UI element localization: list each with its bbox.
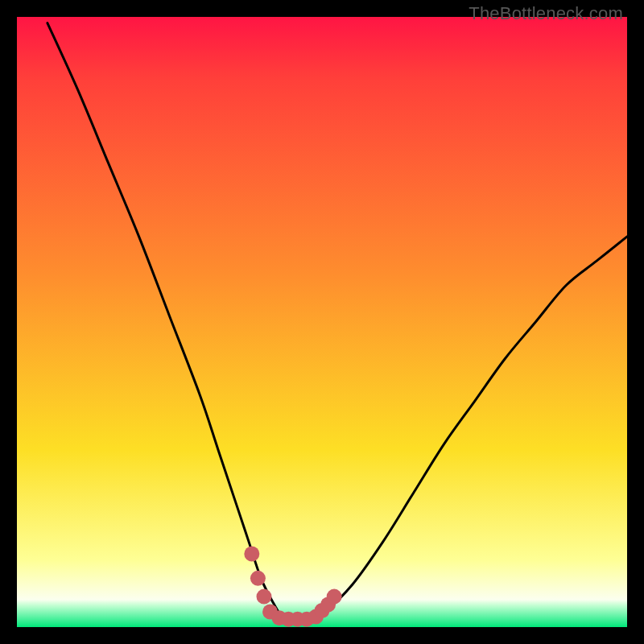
marker-dot: [256, 589, 271, 605]
marker-dot: [250, 571, 266, 586]
marker-dot: [327, 589, 342, 605]
watermark-text: TheBottleneck.com: [469, 3, 623, 24]
chart-frame: [17, 17, 627, 627]
marker-dot: [244, 547, 259, 562]
bottleneck-chart: [17, 17, 627, 627]
